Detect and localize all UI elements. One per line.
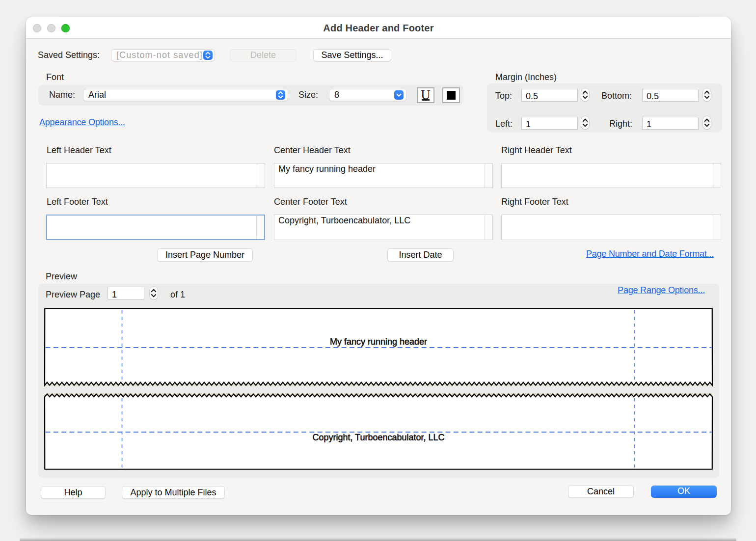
svg-text:Copyright, Turboencabulator, L: Copyright, Turboencabulator, LLC <box>312 433 444 442</box>
svg-text:My fancy running header: My fancy running header <box>330 337 427 347</box>
